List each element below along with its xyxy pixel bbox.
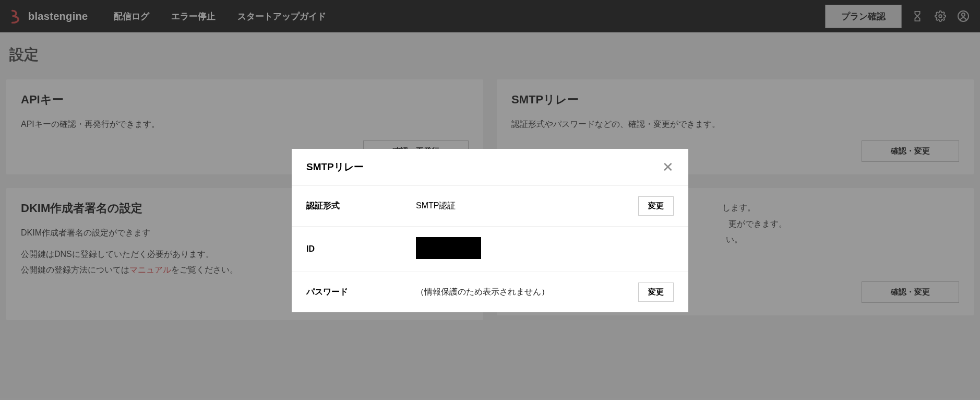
auth-label: 認証形式: [306, 201, 416, 211]
modal-row-password: パスワード （情報保護のため表示されません） 変更: [292, 272, 688, 312]
modal-row-id: ID: [292, 227, 688, 272]
close-icon[interactable]: ✕: [662, 160, 674, 174]
password-label: パスワード: [306, 287, 416, 298]
id-value-redacted: [416, 237, 481, 259]
auth-change-button[interactable]: 変更: [638, 196, 674, 216]
password-change-button[interactable]: 変更: [638, 283, 674, 302]
modal-overlay[interactable]: SMTPリレー ✕ 認証形式 SMTP認証 変更 ID パスワード （情報保護の…: [0, 0, 980, 400]
modal-title: SMTPリレー: [306, 160, 364, 174]
smtp-relay-modal: SMTPリレー ✕ 認証形式 SMTP認証 変更 ID パスワード （情報保護の…: [292, 149, 688, 312]
password-value: （情報保護のため表示されません）: [416, 287, 638, 298]
modal-row-auth: 認証形式 SMTP認証 変更: [292, 186, 688, 227]
id-label: ID: [306, 244, 416, 254]
auth-value: SMTP認証: [416, 201, 638, 211]
